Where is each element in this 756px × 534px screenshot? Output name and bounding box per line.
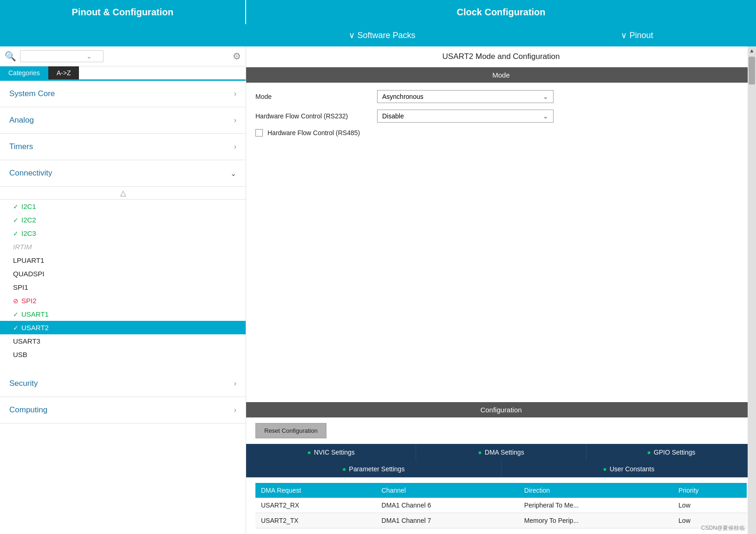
- tab-check-icon: ●: [647, 449, 651, 456]
- tab-parameter-settings[interactable]: ● Parameter Settings: [246, 461, 502, 477]
- watermark: CSDN@夏侯枝临: [701, 524, 745, 532]
- tab-categories[interactable]: Categories: [0, 66, 48, 79]
- clock-config-title: Clock Configuration: [246, 0, 756, 24]
- chevron-right-icon: ›: [234, 90, 236, 98]
- sort-header: △: [0, 187, 246, 200]
- dma-table: DMA Request Channel Direction Priority: [255, 483, 747, 528]
- tab-az[interactable]: A->Z: [48, 66, 79, 79]
- sidebar-item-i2c1[interactable]: ✓ I2C1: [0, 200, 246, 213]
- second-bar-right: ∨ Software Packs ∨ Pinout: [246, 24, 756, 46]
- sort-icon: △: [120, 189, 126, 197]
- dma-col-channel: Channel: [376, 483, 519, 498]
- search-icon: 🔍: [5, 51, 16, 62]
- tab-dma-settings[interactable]: ● DMA Settings: [416, 444, 586, 461]
- tab-user-constants[interactable]: ● User Constants: [502, 461, 756, 477]
- sidebar-item-connectivity[interactable]: Connectivity ⌄: [0, 160, 246, 187]
- panel-title: USART2 Mode and Configuration: [246, 46, 756, 67]
- sidebar-item-irtim[interactable]: IRTIM: [0, 240, 246, 254]
- dropdown-arrow-icon: ⌄: [543, 112, 548, 120]
- dma-priority-rx: Low: [673, 498, 747, 513]
- pinout-config-title: Pinout & Configuration: [0, 0, 246, 24]
- sidebar-item-usart3[interactable]: USART3: [0, 334, 246, 348]
- tab-check-icon: ●: [603, 465, 606, 473]
- dma-direction-tx: Memory To Perip...: [519, 513, 673, 528]
- error-icon: ⊘: [13, 297, 19, 305]
- sidebar-item-analog[interactable]: Analog ›: [0, 107, 246, 134]
- table-row: USART2_TX DMA1 Channel 7 Memory To Perip…: [255, 513, 747, 528]
- sidebar-item-lpuart1[interactable]: LPUART1: [0, 254, 246, 267]
- config-tabs-row1: ● NVIC Settings ● DMA Settings ● GPIO Se…: [246, 444, 756, 461]
- tab-nvic-settings[interactable]: ● NVIC Settings: [246, 444, 416, 461]
- dma-request-tx: USART2_TX: [255, 513, 376, 528]
- tab-check-icon: ●: [342, 465, 346, 473]
- tab-check-icon: ●: [478, 449, 482, 456]
- scrollbar-track: ▲: [748, 46, 756, 534]
- sidebar-item-quadspi[interactable]: QUADSPI: [0, 267, 246, 280]
- mode-section: Mode Asynchronous ⌄ Hardware Flow Contro…: [246, 83, 756, 144]
- mode-select[interactable]: Asynchronous ⌄: [377, 90, 554, 103]
- dma-col-priority: Priority: [673, 483, 747, 498]
- second-bar-left: [0, 24, 246, 46]
- top-bar: Pinout & Configuration Clock Configurati…: [0, 0, 756, 24]
- sidebar-item-security[interactable]: Security ›: [0, 371, 246, 397]
- check-icon: ✓: [13, 324, 19, 332]
- dma-col-request: DMA Request: [255, 483, 376, 498]
- pinout-config-label: Pinout & Configuration: [72, 7, 174, 18]
- reset-config-area: Reset Configuration: [246, 417, 756, 444]
- flow-control-rs232-select[interactable]: Disable ⌄: [377, 110, 554, 123]
- scrollbar-thumb[interactable]: [749, 57, 755, 85]
- sidebar-item-system-core[interactable]: System Core ›: [0, 81, 246, 107]
- config-tabs-row2: ● Parameter Settings ● User Constants: [246, 461, 756, 477]
- gear-icon[interactable]: ⚙: [233, 51, 241, 62]
- dma-col-direction: Direction: [519, 483, 673, 498]
- sidebar-item-i2c2[interactable]: ✓ I2C2: [0, 213, 246, 227]
- chevron-right-icon: ›: [234, 379, 236, 388]
- check-icon: ✓: [13, 216, 19, 224]
- mode-section-header: Mode: [246, 67, 756, 83]
- software-packs-btn[interactable]: ∨ Software Packs: [349, 30, 415, 40]
- dropdown-arrow-icon: ⌄: [86, 52, 92, 60]
- sidebar-item-timers[interactable]: Timers ›: [0, 134, 246, 160]
- check-icon: ✓: [13, 311, 19, 318]
- reset-config-button[interactable]: Reset Configuration: [255, 423, 326, 438]
- flow-control-rs232-value: Disable: [382, 112, 404, 120]
- sidebar-item-spi1[interactable]: SPI1: [0, 280, 246, 294]
- mode-label: Mode: [255, 93, 371, 100]
- check-icon: ✓: [13, 203, 19, 210]
- chevron-right-icon: ›: [234, 143, 236, 151]
- dma-channel-tx: DMA1 Channel 7: [376, 513, 519, 528]
- search-input[interactable]: [24, 53, 85, 60]
- sidebar-item-computing[interactable]: Computing ›: [0, 397, 246, 423]
- sidebar-item-i2c3[interactable]: ✓ I2C3: [0, 227, 246, 240]
- chevron-down-icon: ⌄: [230, 169, 236, 178]
- sidebar-item-usb[interactable]: USB: [0, 348, 246, 361]
- sidebar-item-usart2[interactable]: ✓ USART2: [0, 321, 246, 334]
- mode-row: Mode Asynchronous ⌄: [255, 90, 747, 103]
- scrollbar-up-arrow[interactable]: ▲: [748, 46, 756, 55]
- flow-control-rs232-row: Hardware Flow Control (RS232) Disable ⌄: [255, 110, 747, 123]
- sidebar: 🔍 ⌄ ⚙ Categories A->Z System Core ›: [0, 46, 246, 534]
- spacer: [246, 144, 756, 402]
- pinout-btn[interactable]: ∨ Pinout: [621, 30, 653, 40]
- config-section: Configuration Reset Configuration ● NVIC…: [246, 402, 756, 534]
- dma-request-rx: USART2_RX: [255, 498, 376, 513]
- rs485-label: Hardware Flow Control (RS485): [267, 129, 360, 137]
- sidebar-search-bar: 🔍 ⌄ ⚙: [0, 46, 246, 66]
- tab-gpio-settings[interactable]: ● GPIO Settings: [587, 444, 756, 461]
- flow-control-rs232-label: Hardware Flow Control (RS232): [255, 112, 371, 120]
- rs485-row: Hardware Flow Control (RS485): [255, 129, 747, 137]
- right-panel: USART2 Mode and Configuration Mode Mode …: [246, 46, 756, 534]
- mode-select-value: Asynchronous: [382, 93, 424, 100]
- sidebar-tabs: Categories A->Z: [0, 66, 246, 81]
- chevron-right-icon: ›: [234, 116, 236, 124]
- sidebar-item-usart1[interactable]: ✓ USART1: [0, 307, 246, 321]
- table-row: USART2_RX DMA1 Channel 6 Peripheral To M…: [255, 498, 747, 513]
- chevron-right-icon: ›: [234, 406, 236, 414]
- dropdown-arrow-icon: ⌄: [543, 93, 548, 100]
- config-section-header: Configuration: [246, 402, 756, 417]
- rs485-checkbox[interactable]: [255, 129, 263, 137]
- search-input-wrapper[interactable]: ⌄: [20, 50, 104, 62]
- dma-channel-rx: DMA1 Channel 6: [376, 498, 519, 513]
- sidebar-item-spi2[interactable]: ⊘ SPI2: [0, 294, 246, 307]
- dma-direction-rx: Peripheral To Me...: [519, 498, 673, 513]
